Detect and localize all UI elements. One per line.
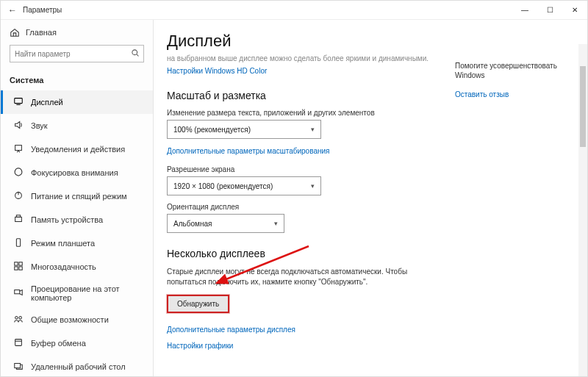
sidebar: Главная Система ДисплейЗвукУведомления и… [1,20,154,376]
chevron-down-icon: ▾ [311,126,315,133]
sidebar-item-label: Питание и спящий режим [31,192,127,201]
graphics-settings-link[interactable]: Настройки графики [167,342,233,350]
scrollbar-thumb[interactable] [580,66,586,147]
scale-select[interactable]: 100% (рекомендуется) ▾ [167,120,321,139]
orientation-value: Альбомная [173,220,212,228]
home-button[interactable]: Главная [10,27,144,37]
advanced-scaling-link[interactable]: Дополнительные параметры масштабирования [167,147,329,155]
sidebar-item-label: Уведомления и действия [31,145,125,154]
main-content: Дисплей на выбранном выше дисплее можно … [154,20,455,376]
svg-rect-13 [19,267,22,270]
intro-text: на выбранном выше дисплее можно сделать … [167,54,442,63]
detect-button[interactable]: Обнаружить [167,295,229,313]
sidebar-item-label: Фокусировка внимания [31,168,118,177]
svg-rect-7 [15,217,22,221]
sidebar-item-5[interactable]: Память устройства [1,208,153,231]
sidebar-item-10[interactable]: Буфер обмена [1,331,153,355]
svg-rect-14 [15,290,20,294]
orientation-label: Ориентация дисплея [167,203,442,211]
sidebar-item-label: Режим планшета [31,239,95,248]
svg-rect-19 [15,364,21,368]
svg-point-15 [15,317,18,320]
search-input[interactable] [10,45,144,62]
sidebar-item-icon [13,361,24,373]
sidebar-item-label: Буфер обмена [31,339,86,348]
multi-displays-text: Старые дисплеи могут не всегда подключат… [167,267,409,287]
sidebar-item-label: Память устройства [31,215,103,224]
sidebar-item-icon [13,96,24,108]
resolution-value: 1920 × 1080 (рекомендуется) [173,182,273,190]
sidebar-item-label: Звук [31,121,48,130]
close-button[interactable]: ✕ [562,1,587,20]
sidebar-item-1[interactable]: Звук [1,114,153,137]
sidebar-item-icon [13,190,24,202]
svg-rect-2 [15,98,23,104]
sidebar-section-label: Система [1,76,153,90]
search-icon [131,49,140,57]
scale-value: 100% (рекомендуется) [173,126,251,134]
sidebar-item-icon [13,314,24,326]
sidebar-item-label: Проецирование на этот компьютер [31,284,144,302]
svg-rect-4 [15,146,22,151]
sidebar-list: ДисплейЗвукУведомления и действияФокусир… [1,90,153,376]
svg-rect-10 [15,262,18,265]
sidebar-item-icon [13,337,24,349]
sidebar-item-label: Общие возможности [31,315,109,324]
resolution-label: Разрешение экрана [167,165,442,173]
sidebar-item-9[interactable]: Общие возможности [1,308,153,331]
sidebar-item-icon [13,120,24,132]
svg-line-1 [137,54,139,57]
scale-label: Изменение размера текста, приложений и д… [167,109,442,117]
advanced-display-link[interactable]: Дополнительные параметры дисплея [167,326,295,334]
titlebar: ← Параметры — ☐ ✕ [1,1,587,20]
chevron-down-icon: ▾ [311,182,315,190]
chevron-down-icon: ▾ [274,220,278,227]
window-title: Параметры [23,6,62,14]
sidebar-item-8[interactable]: Проецирование на этот компьютер [1,279,153,308]
maximize-button[interactable]: ☐ [537,1,562,20]
scrollbar-track[interactable] [578,44,587,376]
home-icon [10,27,20,37]
scale-heading: Масштаб и разметка [167,90,442,101]
hd-color-link[interactable]: Настройки Windows HD Color [167,67,267,75]
sidebar-item-11[interactable]: Удаленный рабочий стол [1,355,153,376]
home-label: Главная [26,28,57,37]
sidebar-item-icon [13,167,24,179]
sidebar-item-0[interactable]: Дисплей [1,90,153,114]
svg-point-16 [19,317,22,320]
svg-rect-9 [16,239,20,247]
svg-rect-8 [16,215,20,218]
sidebar-item-7[interactable]: Многозадачность [1,255,153,279]
svg-point-0 [132,50,137,55]
sidebar-item-icon [13,237,24,249]
feedback-link[interactable]: Оставить отзыв [455,90,509,98]
sidebar-item-4[interactable]: Питание и спящий режим [1,184,153,208]
minimize-button[interactable]: — [512,1,537,20]
sidebar-item-icon [13,287,24,299]
sidebar-item-2[interactable]: Уведомления и действия [1,137,153,161]
sidebar-item-icon [13,214,24,226]
aside-panel: Помогите усовершенствовать Windows Остав… [455,20,587,376]
sidebar-item-3[interactable]: Фокусировка внимания [1,161,153,184]
svg-rect-12 [15,267,18,270]
sidebar-item-6[interactable]: Режим планшета [1,231,153,255]
page-title: Дисплей [167,32,442,51]
sidebar-item-label: Многозадачность [31,262,96,271]
sidebar-item-icon [13,143,24,155]
sidebar-item-label: Дисплей [31,98,63,107]
resolution-select[interactable]: 1920 × 1080 (рекомендуется) ▾ [167,176,321,195]
sidebar-item-icon [13,261,24,273]
help-text: Помогите усовершенствовать Windows [455,61,576,80]
svg-rect-11 [19,262,22,265]
back-button[interactable]: ← [8,5,17,15]
svg-rect-17 [15,340,22,346]
sidebar-item-label: Удаленный рабочий стол [31,362,126,371]
orientation-select[interactable]: Альбомная ▾ [167,214,284,233]
multi-displays-heading: Несколько дисплеев [167,248,442,259]
